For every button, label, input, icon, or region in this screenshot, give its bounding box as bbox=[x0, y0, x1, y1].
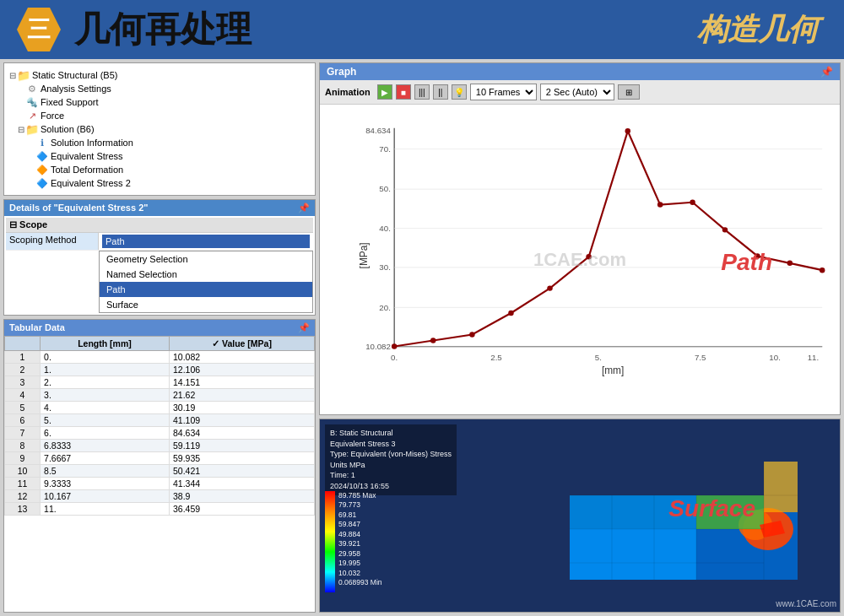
support-icon: 🔩 bbox=[26, 96, 38, 108]
row-value: 36.459 bbox=[169, 503, 314, 516]
details-header: Details of "Equivalent Stress 2" 📌 bbox=[4, 200, 315, 216]
tabular-scroll[interactable]: Length [mm] ✓ Value [MPa] 10.10.08221.12… bbox=[4, 336, 315, 516]
row-length: 9.3333 bbox=[41, 478, 170, 490]
tree-item-label: Fixed Support bbox=[41, 97, 98, 107]
col-header-num bbox=[5, 337, 41, 351]
folder-icon: 📁 bbox=[18, 69, 30, 81]
dropdown-surface[interactable]: Surface bbox=[100, 297, 312, 312]
details-pin[interactable]: 📌 bbox=[298, 203, 310, 213]
tabular-header: Tabular Data 📌 bbox=[4, 320, 315, 336]
light-button[interactable]: 💡 bbox=[452, 84, 467, 100]
row-num: 10 bbox=[5, 465, 41, 478]
tree-force[interactable]: ↗ Force bbox=[9, 109, 310, 122]
info-icon: ℹ bbox=[36, 137, 48, 149]
table-row: 1311.36.459 bbox=[5, 503, 315, 516]
surface-label: Surface bbox=[668, 495, 755, 522]
svg-text:70.: 70. bbox=[379, 144, 390, 154]
tree-item-label: Solution (B6) bbox=[41, 124, 95, 134]
graph-toolbar: Animation ▶ ■ ||| || 💡 10 Frames 2 Sec (… bbox=[320, 80, 840, 105]
col-header-value: ✓ Value [MPa] bbox=[169, 337, 314, 351]
tabular-pin[interactable]: 📌 bbox=[298, 322, 310, 333]
graph-area: 1CAE.com Path [MPa] 10.082 20. 30. bbox=[320, 105, 840, 414]
path-label: Path bbox=[721, 249, 772, 276]
graph-data-point bbox=[547, 285, 552, 290]
export-button[interactable]: ⊞ bbox=[618, 84, 640, 100]
legend-value: 0.068993 Min bbox=[338, 578, 382, 587]
row-num: 12 bbox=[5, 490, 41, 503]
fem-subtitle: Equivalent Stress 3 bbox=[330, 439, 452, 450]
row-length: 10.167 bbox=[41, 490, 170, 503]
tree-eq-stress-2[interactable]: 🔷 Equivalent Stress 2 bbox=[9, 176, 310, 190]
legend-value: 19.995 bbox=[338, 559, 382, 568]
fem-info: B: Static Structural Equivalent Stress 3… bbox=[325, 424, 457, 495]
row-value: 21.62 bbox=[169, 389, 314, 402]
table-row: 86.833359.119 bbox=[5, 440, 315, 452]
tree-total-deform[interactable]: 🔶 Total Deformation bbox=[9, 163, 310, 176]
frame-button-2[interactable]: || bbox=[433, 84, 448, 100]
svg-text:10.: 10. bbox=[769, 353, 780, 362]
table-row: 65.41.109 bbox=[5, 414, 315, 427]
dropdown-named[interactable]: Named Selection bbox=[100, 267, 312, 282]
tree-solution[interactable]: ⊟ 📁 Solution (B6) bbox=[9, 122, 310, 136]
tree-root[interactable]: ⊟ 📁 Static Structural (B5) bbox=[9, 68, 310, 82]
dropdown-path[interactable]: Path bbox=[100, 282, 312, 297]
frames-select[interactable]: 10 Frames bbox=[470, 84, 537, 100]
tree-item-label: Solution Information bbox=[51, 138, 133, 148]
animation-label: Animation bbox=[325, 87, 371, 97]
solution-icon: 📁 bbox=[26, 123, 38, 135]
graph-data-point bbox=[508, 311, 513, 316]
row-length: 8.5 bbox=[41, 465, 170, 478]
svg-text:7.5: 7.5 bbox=[695, 353, 706, 362]
details-panel: Details of "Equivalent Stress 2" 📌 ⊟ Sco… bbox=[3, 199, 316, 316]
tree-analysis-settings[interactable]: ⚙ Analysis Settings bbox=[9, 82, 310, 95]
fem-time: Time: 1 bbox=[330, 470, 452, 481]
force-icon: ↗ bbox=[26, 110, 38, 122]
tree-item-label: Equivalent Stress 2 bbox=[51, 178, 131, 188]
svg-text:30.: 30. bbox=[379, 262, 390, 272]
scoping-label: Scoping Method bbox=[6, 233, 99, 250]
time-select[interactable]: 2 Sec (Auto) bbox=[540, 84, 614, 100]
row-length: 3. bbox=[41, 389, 170, 402]
scoping-method-row: Scoping Method Path bbox=[6, 233, 313, 251]
expand-icon[interactable]: ⊟ bbox=[9, 71, 16, 80]
graph-pin[interactable]: 📌 bbox=[820, 66, 833, 78]
svg-text:[mm]: [mm] bbox=[602, 365, 624, 376]
graph-data-point bbox=[625, 128, 630, 133]
header: 三 几何再处理 构造几何 bbox=[0, 0, 844, 59]
tree-item-label: Force bbox=[41, 111, 64, 121]
graph-data-point bbox=[820, 267, 825, 273]
tabular-panel: Tabular Data 📌 Length [mm] ✓ Value [MPa]… bbox=[3, 319, 316, 613]
row-length: 5. bbox=[41, 414, 170, 427]
row-num: 4 bbox=[5, 389, 41, 402]
row-length: 1. bbox=[41, 364, 170, 376]
row-num: 3 bbox=[5, 376, 41, 389]
tabular-table: Length [mm] ✓ Value [MPa] 10.10.08221.12… bbox=[4, 336, 315, 516]
tree-fixed-support[interactable]: 🔩 Fixed Support bbox=[9, 95, 310, 109]
tree-item-label: Analysis Settings bbox=[41, 84, 111, 94]
play-button[interactable]: ▶ bbox=[377, 84, 392, 100]
table-row: 32.14.151 bbox=[5, 376, 315, 389]
legend-value: 10.032 bbox=[338, 569, 382, 578]
tree-panel: ⊟ 📁 Static Structural (B5) ⚙ Analysis Se… bbox=[3, 62, 316, 196]
dropdown-geometry[interactable]: Geometry Selection bbox=[100, 251, 312, 267]
svg-text:5.: 5. bbox=[595, 353, 602, 362]
scoping-dropdown[interactable]: Path bbox=[102, 235, 310, 248]
header-number-badge: 三 bbox=[17, 8, 61, 51]
details-body: ⊟ Scope Scoping Method Path Geometry Sel… bbox=[4, 216, 315, 315]
details-title: Details of "Equivalent Stress 2" bbox=[9, 203, 148, 213]
svg-marker-30 bbox=[764, 462, 798, 512]
row-length: 0. bbox=[41, 351, 170, 364]
graph-header: Graph 📌 bbox=[320, 63, 840, 80]
row-value: 50.421 bbox=[169, 465, 314, 478]
fem-date: 2024/10/13 16:55 bbox=[330, 481, 452, 492]
legend-labels: 89.785 Max79.77369.8159.84749.88439.9212… bbox=[338, 491, 382, 588]
tree-eq-stress[interactable]: 🔷 Equivalent Stress bbox=[9, 149, 310, 163]
frame-button-1[interactable]: ||| bbox=[414, 84, 430, 100]
svg-text:84.634: 84.634 bbox=[365, 126, 391, 135]
row-num: 11 bbox=[5, 478, 41, 490]
deform-icon: 🔶 bbox=[36, 164, 48, 176]
stop-button[interactable]: ■ bbox=[396, 84, 411, 100]
tree-solution-info[interactable]: ℹ Solution Information bbox=[9, 136, 310, 149]
expand-icon-solution[interactable]: ⊟ bbox=[18, 125, 24, 134]
graph-data-point bbox=[787, 261, 793, 266]
